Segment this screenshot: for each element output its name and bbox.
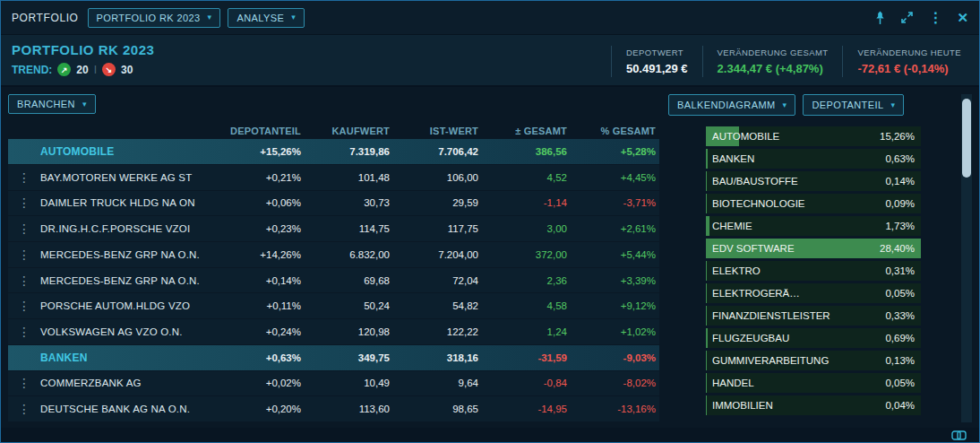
row-pct: +2,61% bbox=[571, 223, 659, 234]
chart-row[interactable]: BANKEN 0,63% bbox=[706, 149, 921, 169]
pin-icon[interactable] bbox=[874, 11, 886, 25]
table-row[interactable]: ⋮ COMMERZBANK AG +0,02% 10,49 9,64 -0,84… bbox=[8, 371, 659, 396]
chart-row[interactable]: ELEKTRO 0,31% bbox=[706, 261, 921, 281]
expand-icon[interactable] bbox=[900, 11, 914, 24]
chart-row-value: 0,63% bbox=[885, 153, 915, 164]
chevron-down-icon: ▾ bbox=[890, 101, 895, 109]
table-row[interactable]: ⋮ VOLKSWAGEN AG VZO O.N. +0,24% 120,98 1… bbox=[8, 319, 659, 344]
row-gesamt: 372,00 bbox=[482, 249, 571, 260]
row-kebab-icon[interactable]: ⋮ bbox=[8, 325, 40, 339]
row-kaufwert: 120,98 bbox=[305, 326, 393, 337]
row-kaufwert: 69,68 bbox=[305, 275, 393, 286]
chart-row-value: 0,33% bbox=[885, 310, 915, 321]
row-kebab-icon[interactable]: ⋮ bbox=[8, 222, 40, 236]
chart-row-value: 0,09% bbox=[885, 198, 915, 209]
row-name: COMMERZBANK AG bbox=[40, 378, 216, 388]
chart-scrollbar-thumb[interactable] bbox=[962, 99, 971, 178]
app-window: PORTFOLIO PORTFOLIO RK 2023 ▾ ANALYSE ▾ … bbox=[0, 0, 980, 443]
chart-row[interactable]: FLUGZEUGBAU 0,69% bbox=[706, 328, 921, 348]
table-row[interactable]: ⋮ DAIMLER TRUCK HLDG NA ON +0,06% 30,73 … bbox=[8, 191, 659, 216]
chart-row[interactable]: AUTOMOBILE 15,26% bbox=[706, 126, 921, 146]
chart-row-value: 0,04% bbox=[885, 400, 915, 411]
chart-row-value: 1,73% bbox=[885, 221, 915, 231]
row-depotanteil: +0,20% bbox=[216, 404, 305, 414]
kebab-menu-icon[interactable]: ⋮ bbox=[928, 11, 942, 25]
trend-separator: I bbox=[94, 64, 97, 76]
stats-bar: DEPOTWERT 50.491,29 € VERÄNDERUNG GESAMT… bbox=[611, 42, 976, 80]
row-name: AUTOMOBILE bbox=[40, 145, 216, 158]
chart-scrollbar[interactable] bbox=[961, 94, 972, 422]
trend-down-icon: ↘ bbox=[102, 63, 116, 76]
main-content: BRANCHEN ▾ DEPOTANTEIL KAUFWERT IST-WERT… bbox=[1, 87, 979, 430]
chart-row[interactable]: CHEMIE 1,73% bbox=[706, 216, 921, 236]
row-kebab-icon[interactable]: ⋮ bbox=[8, 376, 40, 390]
branchen-select[interactable]: BRANCHEN ▾ bbox=[8, 94, 96, 114]
row-kaufwert: 30,73 bbox=[305, 197, 393, 208]
row-depotanteil: +0,21% bbox=[216, 172, 305, 183]
portfolio-select[interactable]: PORTFOLIO RK 2023 ▾ bbox=[88, 8, 221, 28]
chart-row[interactable]: BAU/BAUSTOFFE 0,14% bbox=[706, 171, 921, 191]
row-name: PORSCHE AUTOM.HLDG VZO bbox=[40, 300, 216, 311]
chart-row-label: EDV SOFTWARE bbox=[712, 243, 795, 254]
branchen-select-value: BRANCHEN bbox=[17, 99, 75, 109]
app-label: PORTFOLIO bbox=[12, 12, 79, 24]
row-gesamt: 1,24 bbox=[482, 326, 571, 337]
row-depotanteil: +0,23% bbox=[216, 223, 305, 234]
table-row[interactable]: ⋮ MERCEDES-BENZ GRP NA O.N. +14,26% 6.83… bbox=[8, 242, 659, 267]
row-kebab-icon[interactable]: ⋮ bbox=[8, 248, 40, 262]
table-row[interactable]: ⋮ BANKEN +0,63% 349,75 318,16 -31,59 -9,… bbox=[8, 345, 659, 370]
chart-row-value: 0,05% bbox=[885, 288, 915, 299]
chevron-down-icon: ▾ bbox=[783, 101, 787, 109]
row-istwert: 318,16 bbox=[393, 352, 482, 363]
column-depotanteil[interactable]: DEPOTANTEIL bbox=[216, 126, 305, 136]
table-row[interactable]: ⋮ MERCEDES-BENZ GRP NA O.N. +0,14% 69,68… bbox=[8, 268, 659, 293]
column-gesamt[interactable]: ± GESAMT bbox=[482, 126, 571, 136]
chart-row-label: ELEKTROGERÄ… bbox=[712, 288, 800, 299]
row-kebab-icon[interactable]: ⋮ bbox=[8, 402, 40, 416]
table-row[interactable]: ⋮ DR.ING.H.C.F.PORSCHE VZOI +0,23% 114,7… bbox=[8, 216, 659, 241]
chart-row-label: CHEMIE bbox=[712, 221, 752, 231]
chart-row-value: 0,69% bbox=[885, 333, 915, 343]
chart-row[interactable]: EDV SOFTWARE 28,40% bbox=[706, 239, 921, 258]
column-ist-wert[interactable]: IST-WERT bbox=[393, 126, 482, 136]
row-gesamt: 4,58 bbox=[482, 300, 571, 311]
chart-row-label: BANKEN bbox=[712, 153, 754, 164]
column-pct-gesamt[interactable]: % GESAMT bbox=[571, 126, 659, 136]
chart-row[interactable]: FINANZDIENSTLEISTER 0,33% bbox=[706, 306, 921, 326]
row-pct: +5,28% bbox=[571, 146, 659, 157]
row-kebab-icon[interactable]: ⋮ bbox=[8, 195, 40, 210]
chart-type-select[interactable]: BALKENDIAGRAMM ▾ bbox=[668, 94, 795, 116]
close-icon[interactable]: ✕ bbox=[957, 11, 968, 24]
link-icon[interactable] bbox=[951, 430, 967, 440]
portfolio-header: PORTFOLIO RK 2023 TREND: ↗ 20 I ↘ 30 DEP… bbox=[1, 35, 979, 87]
chart-row[interactable]: ELEKTROGERÄ… 0,05% bbox=[706, 283, 921, 303]
table-row[interactable]: ⋮ AUTOMOBILE +15,26% 7.319,86 7.706,42 3… bbox=[8, 139, 659, 164]
row-istwert: 7.706,42 bbox=[393, 146, 482, 157]
row-kaufwert: 10,49 bbox=[305, 378, 393, 388]
table-row[interactable]: ⋮ DEUTSCHE BANK AG NA O.N. +0,20% 113,60… bbox=[8, 396, 659, 421]
row-gesamt: -1,14 bbox=[482, 197, 571, 208]
row-kebab-icon[interactable]: ⋮ bbox=[8, 274, 40, 288]
trend-up-count: 20 bbox=[76, 64, 88, 76]
chart-panel: BALKENDIAGRAMM ▾ DEPOTANTEIL ▾ AUTOMOBIL… bbox=[668, 94, 972, 422]
portfolio-select-value: PORTFOLIO RK 2023 bbox=[97, 13, 201, 23]
row-kebab-icon[interactable]: ⋮ bbox=[8, 299, 40, 313]
row-kebab-icon[interactable]: ⋮ bbox=[8, 170, 40, 185]
column-kaufwert[interactable]: KAUFWERT bbox=[305, 126, 393, 136]
chart-row[interactable]: BIOTECHNOLOGIE 0,09% bbox=[706, 194, 921, 213]
table-row[interactable]: ⋮ PORSCHE AUTOM.HLDG VZO +0,11% 50,24 54… bbox=[8, 293, 659, 318]
chart-metric-select[interactable]: DEPOTANTEIL ▾ bbox=[803, 94, 904, 116]
chart-row[interactable]: IMMOBILIEN 0,04% bbox=[706, 395, 921, 415]
chart-row[interactable]: GUMMIVERARBEITUNG 0,13% bbox=[706, 351, 921, 370]
row-name: DEUTSCHE BANK AG NA O.N. bbox=[40, 404, 216, 414]
row-gesamt: 386,56 bbox=[482, 146, 571, 157]
stat-veraenderung-gesamt: VERÄNDERUNG GESAMT 2.344,47 € (+4,87%) bbox=[702, 46, 843, 77]
chart-row[interactable]: HANDEL 0,05% bbox=[706, 373, 921, 393]
row-pct: +1,02% bbox=[571, 326, 659, 337]
row-pct: -13,16% bbox=[571, 404, 659, 414]
row-istwert: 54,82 bbox=[393, 300, 482, 311]
chart-bar bbox=[706, 261, 707, 281]
analyse-select[interactable]: ANALYSE ▾ bbox=[228, 8, 305, 28]
table-row[interactable]: ⋮ BAY.MOTOREN WERKE AG ST +0,21% 101,48 … bbox=[8, 165, 659, 190]
row-istwert: 72,04 bbox=[393, 275, 482, 286]
